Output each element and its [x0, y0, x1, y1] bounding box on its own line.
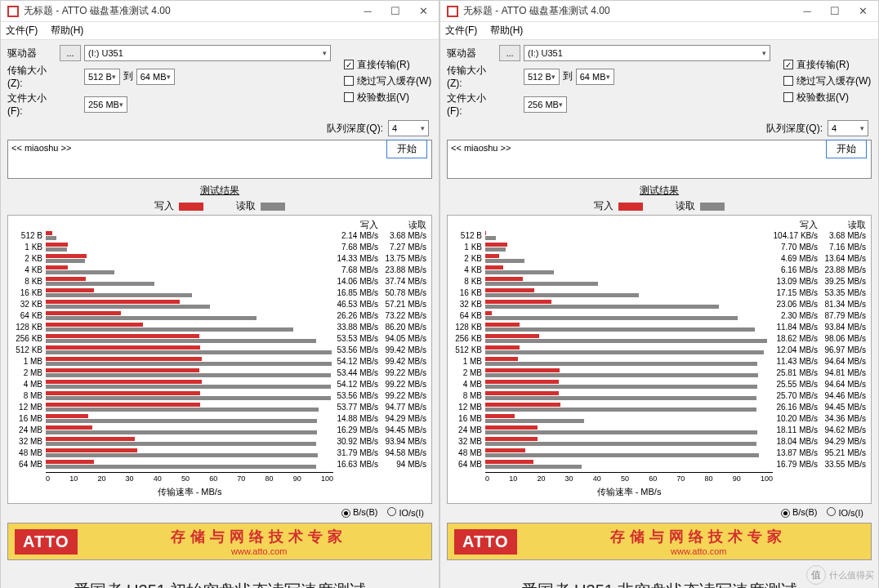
size-to-select[interactable]: 64 MB: [136, 69, 175, 85]
write-bar: [46, 403, 200, 407]
menu-help[interactable]: 帮助(H): [490, 24, 524, 36]
read-bar: [46, 270, 114, 274]
chart: 512 B1 KB2 KB4 KB8 KB16 KB32 KB64 KB128 …: [7, 215, 432, 504]
opt-verify[interactable]: 校验数据(V): [344, 91, 432, 105]
y-category: 16 MB: [10, 413, 42, 425]
write-bar: [485, 368, 560, 372]
start-button[interactable]: 开始: [386, 140, 427, 158]
read-bar: [485, 350, 764, 354]
value-row: 25.55 MB/s94.64 MB/s: [773, 379, 869, 390]
bar-row: [485, 448, 773, 459]
read-bar: [46, 373, 331, 377]
bar-row: [485, 402, 773, 413]
bar-row: [46, 276, 333, 287]
x-tick: 80: [705, 474, 713, 485]
description-box[interactable]: << miaoshu >>: [447, 140, 872, 179]
chart: 512 B1 KB2 KB4 KB8 KB16 KB32 KB64 KB128 …: [447, 215, 872, 504]
radio-iops[interactable]: IO/s(I): [827, 507, 863, 518]
drive-select[interactable]: (I:) U351: [84, 45, 331, 61]
read-bar: [46, 247, 67, 252]
read-bar: [46, 396, 331, 400]
description-box[interactable]: << miaoshu >>: [7, 140, 432, 179]
read-bar: [485, 419, 584, 423]
radio-iops[interactable]: IO/s(I): [387, 507, 424, 518]
read-bar: [46, 236, 56, 240]
size-to-select[interactable]: 64 MB: [576, 69, 614, 85]
value-row: 14.88 MB/s94.29 MB/s: [333, 413, 430, 425]
atto-logo: ATTO: [15, 529, 78, 555]
bar-row: [46, 253, 333, 265]
drive-select[interactable]: (I:) U351: [524, 45, 770, 61]
y-category: 64 KB: [10, 310, 42, 322]
browse-button[interactable]: ...: [499, 45, 520, 61]
radio-bps[interactable]: B/s(B): [341, 507, 378, 518]
bar-row: [46, 333, 333, 345]
caption: 爱国者 U351 初始空盘状态读写速度测试: [1, 565, 439, 588]
radio-bps[interactable]: B/s(B): [781, 507, 818, 518]
opt-bypass[interactable]: 绕过写入缓存(W): [344, 74, 432, 88]
app-window: 无标题 - ATTO 磁盘基准测试 4.00 ─ ☐ ✕ 文件(F) 帮助(H)…: [0, 0, 440, 588]
site-url: www.atto.com: [94, 546, 425, 556]
close-button[interactable]: ✕: [409, 2, 437, 20]
x-axis: 0102030405060708090100: [46, 472, 333, 485]
y-category: 128 KB: [449, 322, 482, 333]
value-row: 53.56 MB/s99.42 MB/s: [333, 345, 430, 356]
queue-depth-select[interactable]: 4: [388, 120, 429, 136]
opt-bypass[interactable]: 绕过写入缓存(W): [783, 74, 872, 88]
read-bar: [485, 316, 738, 320]
y-category: 1 KB: [10, 242, 42, 253]
bar-row: [46, 402, 333, 413]
read-bar: [485, 430, 757, 434]
opt-verify[interactable]: 校验数据(V): [783, 91, 872, 105]
legend: 写入 读取: [7, 199, 432, 213]
menu-file[interactable]: 文件(F): [6, 24, 38, 36]
x-tick: 0: [485, 474, 489, 485]
legend-read-swatch: [700, 203, 725, 211]
filesize-select[interactable]: 256 MB: [84, 96, 127, 113]
y-category: 24 MB: [449, 425, 482, 436]
size-from-select[interactable]: 512 B: [84, 69, 120, 85]
write-bar: [46, 460, 94, 464]
site-url: www.atto.com: [533, 546, 864, 556]
menu-help[interactable]: 帮助(H): [51, 24, 84, 36]
close-button[interactable]: ✕: [849, 2, 877, 20]
menu-file[interactable]: 文件(F): [445, 24, 477, 36]
write-bar: [485, 323, 520, 327]
start-button[interactable]: 开始: [826, 140, 867, 158]
maximize-button[interactable]: ☐: [381, 2, 409, 20]
write-bar: [46, 391, 200, 395]
y-axis: 512 B1 KB2 KB4 KB8 KB16 KB32 KB64 KB128 …: [10, 219, 46, 501]
read-bar: [485, 247, 506, 252]
minimize-button[interactable]: ─: [793, 2, 821, 20]
bar-row: [485, 425, 773, 436]
maximize-button[interactable]: ☐: [821, 2, 849, 20]
legend-write-swatch: [179, 203, 203, 211]
queue-depth-select[interactable]: 4: [828, 120, 868, 136]
y-category: 8 MB: [449, 390, 482, 402]
y-category: 2 KB: [449, 253, 482, 265]
write-bar: [485, 425, 538, 430]
x-tick: 60: [209, 474, 217, 485]
browse-button[interactable]: ...: [60, 45, 81, 61]
opt-direct[interactable]: ✓直接传输(R): [783, 58, 872, 72]
size-from-select[interactable]: 512 B: [524, 69, 560, 85]
write-bar: [46, 437, 135, 441]
write-bar: [485, 403, 560, 407]
bar-row: [46, 436, 333, 448]
y-category: 512 KB: [449, 345, 482, 356]
minimize-button[interactable]: ─: [354, 2, 381, 20]
write-bar: [485, 414, 515, 418]
read-bar: [46, 408, 319, 412]
read-bar: [46, 350, 332, 354]
value-row: 53.77 MB/s94.77 MB/s: [333, 402, 430, 413]
bar-row: [485, 356, 773, 368]
bar-row: [485, 310, 773, 322]
write-bar: [485, 391, 559, 395]
filesize-select[interactable]: 256 MB: [524, 96, 567, 113]
bar-row: [46, 230, 333, 242]
drive-label: 驱动器: [7, 47, 56, 60]
opt-direct[interactable]: ✓直接传输(R): [344, 58, 432, 72]
value-row: 17.15 MB/s53.35 MB/s: [773, 287, 869, 299]
filesize-label: 文件大小(F):: [7, 91, 56, 117]
bar-row: [46, 356, 333, 368]
